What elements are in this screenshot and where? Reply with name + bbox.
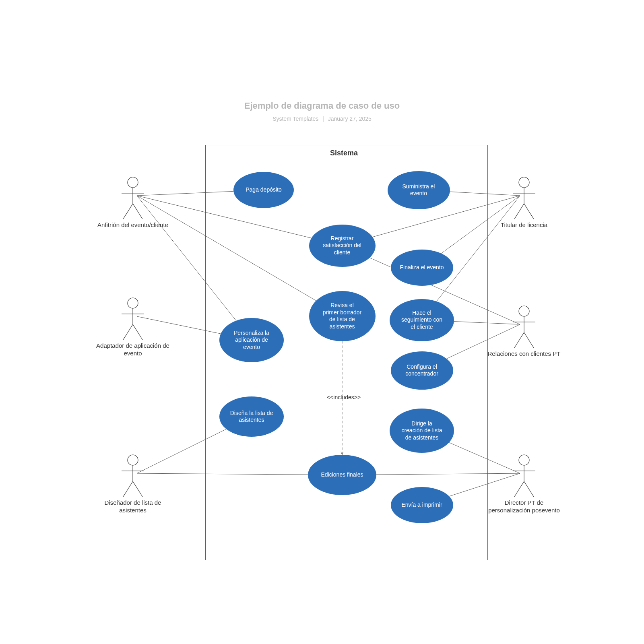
svg-line-19 (524, 204, 534, 219)
system-label: Sistema (330, 149, 358, 157)
title-block: Ejemplo de diagrama de caso de uso Syste… (0, 101, 644, 122)
usecase-personaliza: Personaliza la aplicación de evento (219, 318, 284, 362)
usecase-disena: Diseña la lista de asistentes (219, 396, 284, 437)
subtitle-date: January 27, 2025 (328, 116, 372, 122)
svg-line-18 (514, 204, 524, 219)
svg-line-3 (123, 204, 133, 219)
svg-line-23 (514, 332, 524, 348)
svg-line-13 (123, 481, 133, 497)
svg-point-25 (519, 455, 529, 465)
actor-director (513, 455, 535, 497)
actor-label-director: Director PT de personalización posevento (480, 499, 568, 514)
usecase-seguimiento: Hace el seguimiento con el cliente (390, 299, 454, 341)
svg-line-29 (524, 481, 534, 497)
svg-line-24 (524, 332, 534, 348)
svg-point-10 (128, 455, 138, 465)
actor-label-host: Anfitrión del evento/cliente (89, 221, 177, 229)
actor-label-adapter: Adaptador de aplicación de evento (89, 342, 177, 357)
subtitle-author: System Templates (272, 116, 318, 122)
diagram-title: Ejemplo de diagrama de caso de uso (244, 101, 400, 113)
actor-host (122, 177, 144, 219)
subtitle-sep: | (320, 116, 326, 122)
usecase-ediciones: Ediciones finales (308, 455, 376, 495)
diagram-canvas: Ejemplo de diagrama de caso de uso Syste… (0, 0, 644, 644)
actor-crm (513, 306, 535, 348)
actor-licensee (513, 177, 535, 219)
actor-label-designer: Diseñador de lista de asistentes (89, 499, 177, 514)
svg-line-28 (514, 481, 524, 497)
usecase-satisfaccion: Registrar satisfacción del cliente (309, 225, 376, 267)
actor-label-crm: Relaciones con clientes PT (480, 350, 568, 358)
usecase-revisa: Revisa el primer borrador de lista de as… (309, 291, 376, 341)
actor-designer (122, 455, 144, 497)
svg-line-8 (123, 324, 133, 340)
svg-line-9 (133, 324, 142, 340)
usecase-paga: Paga depósito (233, 172, 294, 208)
usecase-finaliza: Finaliza el evento (391, 250, 453, 286)
svg-point-15 (519, 177, 529, 188)
diagram-subtitle: System Templates | January 27, 2025 (0, 116, 644, 122)
usecase-envia: Envía a imprimir (391, 487, 453, 523)
svg-point-20 (519, 306, 529, 316)
svg-line-14 (133, 481, 142, 497)
usecase-configura: Configura el concentrador (391, 351, 453, 390)
svg-point-5 (128, 298, 138, 308)
actor-adapter (122, 298, 144, 340)
svg-point-0 (128, 177, 138, 188)
svg-line-4 (133, 204, 142, 219)
actor-label-licensee: Titular de licencia (480, 221, 568, 229)
includes-label: <<includes>> (327, 394, 361, 400)
usecase-suministra: Suministra el evento (388, 171, 450, 209)
usecase-dirige: Dirige la creación de lista de asistente… (390, 409, 454, 453)
